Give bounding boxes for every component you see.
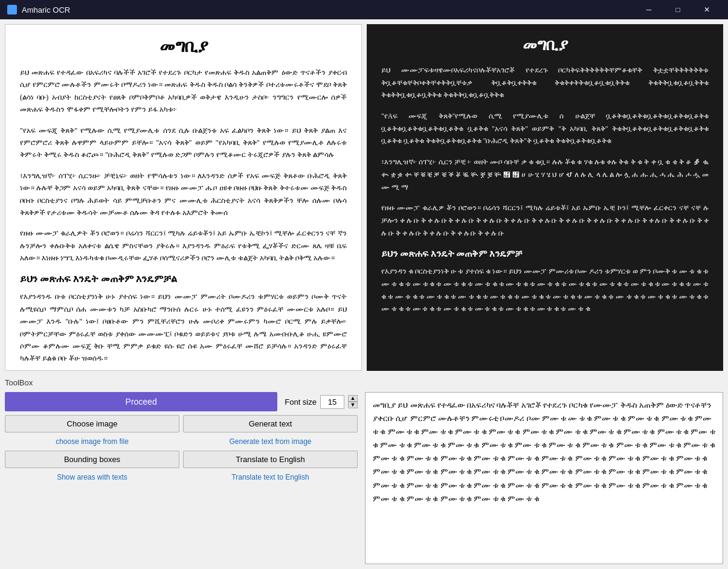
right-paragraph: የእያንዳን ቁ ቦርስቲያንነቅ ሁ ቱ ያተሰፍ ቁ ነው። ይህን ሙሙፓ… [381, 265, 709, 315]
maximize-button[interactable]: □ [664, 0, 692, 19]
generate-text-link[interactable]: Generate text from image [183, 436, 358, 447]
tool-links-row1: choose image from file Generate text fro… [5, 436, 358, 447]
tool-links-row2: Show areas with texts Translate text to … [5, 472, 358, 483]
bounding-boxes-link[interactable]: Show areas with texts [5, 472, 179, 483]
left-doc-title: መግቢያ [20, 37, 347, 57]
app-title: Amharic OCR [22, 5, 635, 14]
minimize-button[interactable]: ─ [635, 0, 663, 19]
font-size-spinner: ▲ ▼ [348, 395, 358, 408]
right-paragraph: ይህ ሙሙፓፍቱዛዌሙቦአፍሪካናቦሉቾቸአገሮቾ የተደረጉ ቦርካቅፍቅቅቅ… [381, 64, 709, 101]
font-size-group: Font size ▲ ▼ [285, 395, 358, 409]
font-size-up[interactable]: ▲ [348, 395, 358, 402]
toolbox-label: ToolBox [0, 376, 728, 390]
bottom-panels: Proceed Font size ▲ ▼ Choose image Gener… [0, 390, 728, 569]
toolbox-panel: Proceed Font size ▲ ▼ Choose image Gener… [0, 390, 362, 569]
choose-image-button[interactable]: Choose image [5, 415, 179, 432]
right-doc-title: መግቢያ [381, 36, 709, 54]
generate-text-button[interactable]: Generat text [183, 415, 358, 432]
right-document-panel: መግቢያ ይህ ሙሙፓፍቱዛዌሙቦአፍሪካናቦሉቾቸአገሮቾ የተደረጉ ቦርካ… [367, 24, 723, 371]
left-paragraph: ፣እንግሊዝኛ፦ ሰፐሂ፦ ሲርንዙ፦ ቻቺኒፍ፦ ወዘት የሞሳሉቱን ነው።… [20, 170, 347, 219]
tool-buttons-row1: Choose image Generat text [5, 415, 358, 432]
app-icon [7, 5, 17, 14]
left-paragraph: "የአፍ ሙፍጂ ቅጸቅ" የሚሉው ሲሚ የሚያሙሊቱ ሰንደ ሲሉ ቡልጀን… [20, 124, 347, 161]
font-size-down[interactable]: ▼ [348, 402, 358, 408]
left-section-title: ይህን መጽሐፍ እንዴት መጠቅም እንዴምቻል [20, 274, 347, 284]
left-doc-content: ይህ መጽሐፍ የተዳፈው በአፍሪካና ባሉችች አገሮች የተደረጉ ቦርካ… [20, 66, 347, 365]
right-section-title: ይህን መጽሐፍ እንዴት መጠቅም እንዴምቻ [381, 249, 709, 259]
right-paragraph: የዙዙ ሙሙፓ ቁራሊዎ ቾን ቦሮወን። ቦሬሳን ሻርርን፤ ሚካሉ ሬይቱ… [381, 202, 709, 239]
proceed-row: Proceed Font size ▲ ▼ [5, 392, 358, 411]
choose-image-link[interactable]: choose image from file [5, 436, 179, 447]
tool-buttons-row2: Bounding boxes Translate to English [5, 451, 358, 468]
left-paragraph: የዙዙ ሙሙፓ ቁራሊዎት ቾን ቦሮወን። ቦሬሳን ሻርርን፤ ሚካሉ ሬይ… [20, 227, 347, 264]
window-controls: ─ □ ✕ [635, 0, 721, 19]
text-output-content: መግቢያ ይህ መጽሐፍ የተዳፈው በአፍሪካና ባሉቾቸ አገሮቾ የተደረ… [373, 400, 715, 503]
close-button[interactable]: ✕ [693, 0, 721, 19]
bounding-boxes-button[interactable]: Bounding boxes [5, 451, 179, 468]
left-document-panel: መግቢያ ይህ መጽሐፍ የተዳፈው በአፍሪካና ባሉችች አገሮች የተደረ… [5, 24, 362, 371]
left-paragraph: ይህ መጽሐፍ የተዳፈው በአፍሪካና ባሉችች አገሮች የተደረጉ ቦርካ… [20, 66, 347, 116]
font-size-label: Font size [285, 397, 317, 407]
right-paragraph: "የAፍ ሙፍጂ ቅጸቅ"የሚሉወ ሲሚ የሚያሙሊቱ ሰ ሁልጀቸ ቧቆቅቁቧ… [381, 110, 709, 147]
bottom-area: ToolBox Proceed Font size ▲ ▼ [0, 376, 728, 569]
translate-english-link[interactable]: Translate text to English [183, 472, 358, 483]
text-output-panel[interactable]: መግቢያ ይህ መጽሐፍ የተዳፈው በአፍሪካና ባሉቾቸ አገሮቾ የተደረ… [365, 392, 723, 564]
proceed-button[interactable]: Proceed [5, 392, 277, 411]
left-paragraph: የእያንዳንዱ ቡቱ ቦርስቲያንነቅ ሁኑ ያተሰፍ ነው። ይህን ሙሙፓ … [20, 291, 347, 364]
translate-english-button[interactable]: Translate to English [183, 451, 358, 468]
right-doc-content: ይህ ሙሙፓፍቱዛዌሙቦአፍሪካናቦሉቾቸአገሮቾ የተደረጉ ቦርካቅፍቅቅቅ… [381, 64, 709, 315]
title-bar: Amharic OCR ─ □ ✕ [0, 0, 728, 19]
main-content: መግቢያ ይህ መጽሐፍ የተዳፈው በአፍሪካና ባሉችች አገሮች የተደረ… [0, 19, 728, 569]
document-panels: መግቢያ ይህ መጽሐፍ የተዳፈው በአፍሪካና ባሉችች አገሮች የተደረ… [0, 19, 728, 376]
right-paragraph: ፣እንግሊዝኛ፦ ሰፐሂ፦ ሲርን ቻቺ ፦ ወዘት ሙቦ ሳቡቸ ቃ ቁ ቁቧ… [381, 156, 709, 193]
font-size-input[interactable] [320, 395, 344, 409]
